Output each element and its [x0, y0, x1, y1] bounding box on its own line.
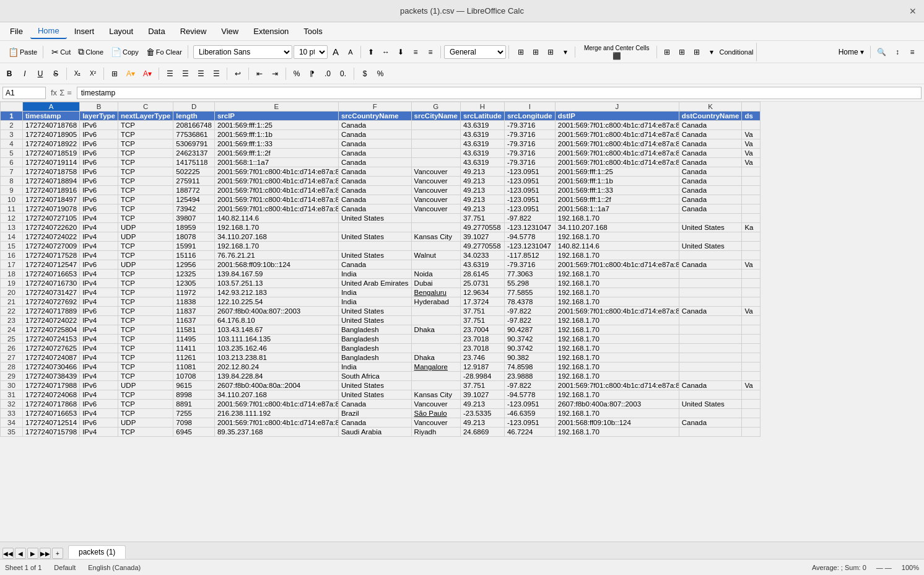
decimal-add-button[interactable]: .0 [321, 68, 334, 79]
table-cell[interactable]: Canada [338, 149, 411, 158]
table-cell[interactable]: 90.382 [504, 353, 555, 362]
table-cell[interactable]: 11637 [173, 316, 215, 325]
table-cell[interactable]: 192.168.1.70 [555, 372, 679, 381]
table-cell[interactable] [742, 297, 761, 307]
table-cell[interactable]: TCP [118, 362, 173, 372]
table-cell[interactable]: TCP [118, 204, 173, 214]
table-cell[interactable]: 192.168.1.70 [555, 232, 679, 242]
table-cell[interactable] [679, 232, 742, 242]
table-cell[interactable]: -79.3716 [504, 130, 555, 139]
table-cell[interactable] [742, 232, 761, 242]
table-cell[interactable]: 77.5855 [504, 288, 555, 297]
table-cell[interactable] [679, 428, 742, 437]
table-cell[interactable]: Saudi Arabia [338, 428, 411, 437]
table-cell[interactable]: IPv4 [80, 428, 118, 437]
currency-button[interactable]: $ [358, 68, 372, 79]
table-cell[interactable]: 90.3742 [504, 335, 555, 344]
table-cell[interactable] [742, 167, 761, 177]
table-cell[interactable]: TCP [118, 316, 173, 325]
clear-button[interactable]: 🗑 Fo Clear [143, 46, 185, 58]
table-cell[interactable]: 1727240724153 [23, 335, 80, 344]
table-cell[interactable]: TCP [118, 325, 173, 335]
sheet-last-button[interactable]: ▶▶ [40, 548, 51, 559]
table-cell[interactable]: 2001:569:7f01:c800:4b1c:d714:e87a:8840 [214, 177, 338, 186]
home-nav-button[interactable]: Home ▾ [835, 46, 867, 58]
table-cell[interactable]: 1727240716653 [23, 409, 80, 418]
table-cell[interactable]: 7255 [173, 409, 215, 418]
table-cell[interactable]: Canada [679, 204, 742, 214]
table-cell[interactable]: 2001:569:7f01:c800:4b1c:d714:e87a:8840 [214, 204, 338, 214]
table-cell[interactable] [679, 335, 742, 344]
table-cell[interactable]: 192.168.1.70 [214, 242, 338, 251]
table-cell[interactable] [742, 251, 761, 260]
sheet-tab-packets[interactable]: packets (1) [68, 545, 126, 559]
table-cell[interactable]: -97.822 [504, 316, 555, 325]
table-cell[interactable]: Dhaka [411, 353, 460, 362]
table-cell[interactable]: Canada [338, 418, 411, 428]
table-cell[interactable]: Canada [338, 177, 411, 186]
merge-center-button[interactable]: Merge and Center Cells ⬛ [580, 43, 653, 61]
sheet-prev-button[interactable]: ◀ [15, 548, 26, 559]
table-cell[interactable]: 49.213 [460, 418, 504, 428]
table-cell[interactable] [679, 251, 742, 260]
cond-format-btn2[interactable]: ⊞ [675, 46, 689, 58]
table-cell[interactable]: 10708 [173, 372, 215, 381]
table-btn3[interactable]: ⊞ [544, 46, 557, 58]
table-cell[interactable]: IPv6 [80, 139, 118, 149]
table-cell[interactable] [742, 195, 761, 204]
table-cell[interactable]: Vancouver [411, 195, 460, 204]
table-cell[interactable]: India [338, 297, 411, 307]
table-cell[interactable]: 2001:569:7f01:c800:4b1c:d714:e87a:8840 [214, 167, 338, 177]
table-cell[interactable]: 2001:569:fff:1::2f [214, 149, 338, 158]
table-cell[interactable]: Vancouver [411, 186, 460, 195]
table-cell[interactable]: 2001:569:fff:1::25 [214, 121, 338, 130]
table-cell[interactable]: 1727240716730 [23, 279, 80, 288]
sheet-next-button[interactable]: ▶ [27, 548, 38, 559]
number-format-selector[interactable]: General [444, 45, 506, 59]
table-cell[interactable]: 1727240727009 [23, 242, 80, 251]
table-cell[interactable]: India [338, 288, 411, 297]
table-cell[interactable] [679, 409, 742, 418]
table-cell[interactable]: 1727240718894 [23, 177, 80, 186]
table-cell[interactable]: 12305 [173, 279, 215, 288]
table-cell[interactable] [338, 242, 411, 251]
table-cell[interactable]: São Paulo [411, 409, 460, 418]
table-cell[interactable]: 73942 [173, 204, 215, 214]
valign-mid-button[interactable]: ↔ [379, 46, 393, 58]
table-cell[interactable]: 90.3742 [504, 344, 555, 353]
table-cell[interactable]: 192.168.1.70 [555, 428, 679, 437]
table-cell[interactable]: 90.4287 [504, 325, 555, 335]
table-cell[interactable]: IPv4 [80, 279, 118, 288]
table-cell[interactable] [679, 344, 742, 353]
table-cell[interactable]: Kansas City [411, 390, 460, 400]
menu-extension[interactable]: Extension [246, 24, 296, 38]
table-cell[interactable]: 64.176.8.10 [214, 316, 338, 325]
table-cell[interactable]: 6945 [173, 428, 215, 437]
cell-h1[interactable]: srcLatitude [460, 112, 504, 121]
col-header-e[interactable]: E [214, 102, 338, 112]
table-cell[interactable]: Canada [679, 307, 742, 316]
table-cell[interactable]: Canada [338, 130, 411, 139]
table-cell[interactable]: Canada [338, 260, 411, 270]
table-cell[interactable]: Canada [679, 158, 742, 167]
table-cell[interactable]: 77536861 [173, 130, 215, 139]
table-cell[interactable]: 8891 [173, 400, 215, 409]
table-cell[interactable]: IPv4 [80, 270, 118, 279]
table-cell[interactable]: IPv6 [80, 418, 118, 428]
table-cell[interactable]: 37.751 [460, 381, 504, 390]
table-cell[interactable]: United States [338, 316, 411, 325]
table-cell[interactable]: 202.12.80.24 [214, 362, 338, 372]
table-cell[interactable]: 122.10.225.54 [214, 297, 338, 307]
table-cell[interactable]: IPv4 [80, 325, 118, 335]
table-cell[interactable]: Bangladesh [338, 325, 411, 335]
table-cell[interactable] [742, 316, 761, 325]
table-cell[interactable]: 76.76.21.21 [214, 251, 338, 260]
col-header-k[interactable]: K [679, 102, 742, 112]
cell-a1[interactable]: timestamp [23, 112, 80, 121]
table-cell[interactable]: IPv4 [80, 223, 118, 232]
table-cell[interactable] [411, 344, 460, 353]
col-header-f[interactable]: F [338, 102, 411, 112]
superscript-button[interactable]: X² [86, 69, 100, 78]
table-cell[interactable]: IPv6 [80, 149, 118, 158]
search-btn[interactable]: 🔍 [874, 46, 889, 58]
